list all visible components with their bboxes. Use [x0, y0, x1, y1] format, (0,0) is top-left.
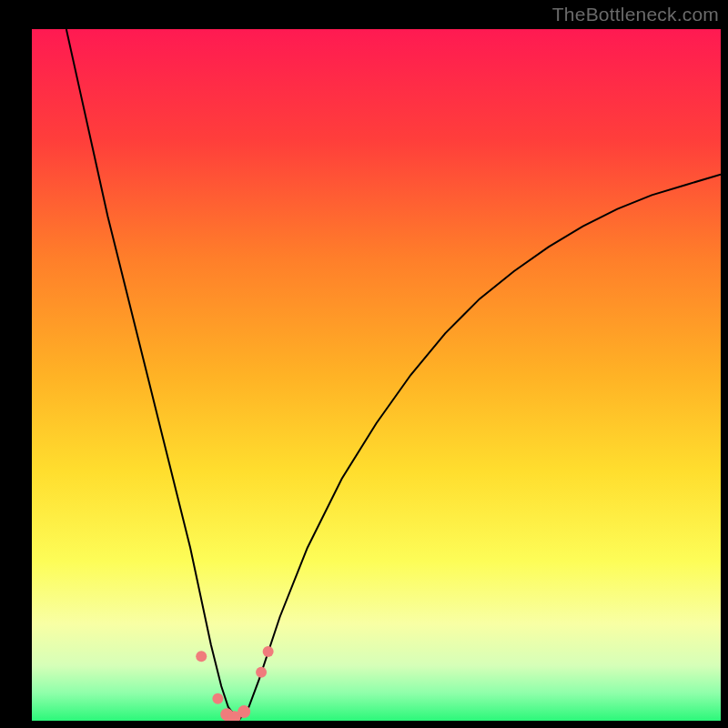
gradient-background: [32, 29, 721, 721]
plot-frame: [32, 29, 721, 721]
marker-point: [196, 651, 207, 662]
watermark-text: TheBottleneck.com: [552, 4, 719, 25]
chart-container: TheBottleneck.com: [0, 0, 728, 728]
bottleneck-curve-chart: [32, 29, 721, 721]
marker-point: [263, 646, 274, 657]
marker-point: [256, 667, 267, 678]
marker-point: [238, 705, 250, 718]
marker-point: [212, 693, 223, 704]
